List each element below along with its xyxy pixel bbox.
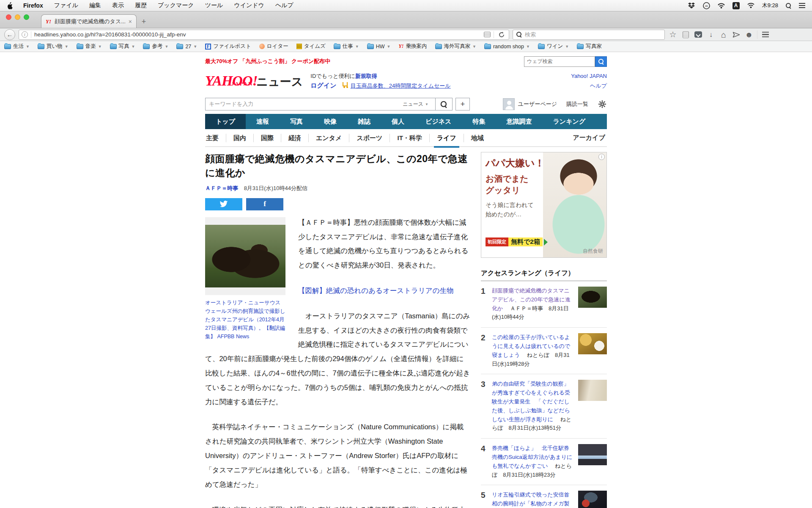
menu-hamburger-icon[interactable] xyxy=(761,30,770,39)
send-tab-icon[interactable] xyxy=(732,30,741,39)
feedback-smiley-icon[interactable]: ☻ xyxy=(744,30,754,39)
minimize-window-button[interactable] xyxy=(15,14,20,20)
gear-icon[interactable] xyxy=(598,99,607,109)
creative-cloud-icon[interactable]: ∞ xyxy=(703,2,710,9)
article-source-link[interactable]: ＡＦＰ＝時事 xyxy=(205,185,238,191)
bookmark-folder[interactable]: random shop▼ xyxy=(484,44,530,50)
tab-top[interactable]: トップ xyxy=(205,114,246,129)
web-search-button[interactable] xyxy=(595,56,607,67)
menu-file[interactable]: ファイル xyxy=(54,2,78,9)
menubar-clock[interactable]: 木9:28 xyxy=(762,2,778,9)
bookmark-transit[interactable]: Y!乗換案内 xyxy=(399,43,427,50)
cat-domestic[interactable]: 国内 xyxy=(226,134,253,142)
ranking-thumbnail[interactable] xyxy=(578,380,607,401)
menu-firefox[interactable]: Firefox xyxy=(23,2,43,9)
tab-polls[interactable]: 意識調査 xyxy=(496,114,542,129)
ad-banner[interactable]: i パパ大嫌い！ お酒でまた グッタリ そう娘に言われて 始めたのが… 初回限定… xyxy=(481,152,607,258)
cat-major[interactable]: 主要 xyxy=(205,134,226,142)
bookmark-folder[interactable]: 海外写真家▼ xyxy=(435,43,476,50)
site-info-icon[interactable]: i xyxy=(22,31,28,38)
menu-edit[interactable]: 編集 xyxy=(89,2,101,9)
new-tab-button[interactable]: + xyxy=(137,16,151,27)
browser-tab[interactable]: Y! 顔面腫瘍で絶滅危機のタス... × xyxy=(41,14,137,28)
ranking-thumbnail[interactable] xyxy=(578,287,607,308)
bookmark-times[interactable]: タイムズ xyxy=(296,43,326,50)
menu-history[interactable]: 履歴 xyxy=(135,2,147,9)
bookmark-folder[interactable]: 音楽▼ xyxy=(77,43,102,50)
user-page-link[interactable]: ユーザーページ xyxy=(503,98,557,110)
menu-bookmarks[interactable]: ブックマーク xyxy=(158,2,194,9)
bookmark-folder[interactable]: 仕事▼ xyxy=(334,43,359,50)
ranking-item[interactable]: 4 券売機「ほらよ」 北千住駅券売機のSuica返却方法があまりにも無礼でなんか… xyxy=(481,439,607,485)
cat-entertainment[interactable]: エンタメ xyxy=(308,134,349,142)
reader-mode-icon[interactable] xyxy=(484,32,491,37)
ranking-item[interactable]: 3 弟の自由研究「受験生の観察」が秀逸すぎて心をえぐられる受験生が大量発生 「ぐ… xyxy=(481,374,607,439)
add-search-tab-button[interactable]: + xyxy=(455,98,470,110)
article-figure[interactable]: オーストラリア・ニューサウスウェールズ州の飼育施設で撮影したタスマニアデビル（2… xyxy=(205,217,285,341)
bookmark-reuters[interactable]: ロイター xyxy=(259,43,288,50)
bookmark-folder[interactable]: 写真家 xyxy=(577,43,602,50)
signup-link[interactable]: 新規取得 xyxy=(355,73,377,79)
bookmark-folder[interactable]: 買い物▼ xyxy=(38,43,69,50)
dropbox-icon[interactable] xyxy=(688,2,695,9)
facebook-share-button[interactable]: f xyxy=(246,198,283,210)
tab-flash[interactable]: 速報 xyxy=(246,114,280,129)
timesale-link[interactable]: 目玉商品多数、24時間限定タイムセール xyxy=(351,83,451,89)
subscriptions-link[interactable]: 購読一覧 xyxy=(566,100,588,108)
tab-photo[interactable]: 写真 xyxy=(280,114,313,129)
close-window-button[interactable] xyxy=(6,14,11,20)
bookmark-folder[interactable]: 27▼ xyxy=(176,44,197,50)
ad-cta-button[interactable]: 初回限定 無料で2箱 xyxy=(486,237,548,246)
menu-tools[interactable]: ツール xyxy=(205,2,223,9)
zoom-window-button[interactable] xyxy=(24,14,29,20)
downloads-icon[interactable]: ↓ xyxy=(706,30,716,39)
cat-life[interactable]: ライフ xyxy=(429,134,464,142)
menu-view[interactable]: 表示 xyxy=(112,2,124,9)
fan-status-icon[interactable] xyxy=(718,2,725,9)
bookmark-star-icon[interactable]: ☆ xyxy=(668,30,678,39)
figure-caption-link[interactable]: オーストラリア・ニューサウスウェールズ州の飼育施設で撮影したタスマニアデビル（2… xyxy=(205,298,285,341)
cat-world[interactable]: 国際 xyxy=(253,134,281,142)
search-scope-dropdown[interactable]: ニュース▼ xyxy=(403,101,432,108)
url-text[interactable]: headlines.yahoo.co.jp/hl?a=20160831-0000… xyxy=(34,31,481,38)
yahoo-news-logo[interactable]: YAHOO! JAPAN ニュース xyxy=(205,73,303,89)
bookmark-folder[interactable]: 参考▼ xyxy=(143,43,168,50)
web-search-input[interactable] xyxy=(524,56,595,67)
tab-magazine[interactable]: 雑誌 xyxy=(347,114,381,129)
bookmark-filepost[interactable]: Fファイルポスト xyxy=(205,43,251,50)
home-icon[interactable]: ⌂ xyxy=(719,30,728,39)
ranking-link[interactable]: リオ五輪引継式で映った安倍首相の腕時計が「私物のオメガ製品」とうわさに 大会組織… xyxy=(492,491,570,508)
url-bar[interactable]: i headlines.yahoo.co.jp/hl?a=20160831-00… xyxy=(19,30,509,40)
tab-ranking[interactable]: ランキング xyxy=(542,114,596,129)
cat-local[interactable]: 地域 xyxy=(464,134,491,142)
news-search-field[interactable]: キーワードを入力 ニュース▼ xyxy=(205,98,436,110)
cat-it-science[interactable]: IT・科学 xyxy=(390,134,429,142)
pocket-icon[interactable] xyxy=(694,30,703,39)
bookmark-folder[interactable]: HW▼ xyxy=(367,44,391,50)
spotlight-icon[interactable] xyxy=(786,3,791,8)
news-search-button[interactable] xyxy=(436,98,453,110)
twitter-share-button[interactable] xyxy=(205,198,242,210)
bookmark-folder[interactable]: 生活▼ xyxy=(4,43,30,50)
wifi-icon[interactable] xyxy=(747,2,754,9)
ranking-item[interactable]: 5 リオ五輪引継式で映った安倍首相の腕時計が「私物のオメガ製品」とうわさに 大会… xyxy=(481,485,607,508)
apple-menu-icon[interactable] xyxy=(7,2,13,9)
menu-help[interactable]: ヘルプ xyxy=(275,2,294,9)
tasmanian-devil-photo[interactable] xyxy=(205,225,285,287)
back-button[interactable]: ← xyxy=(4,29,15,40)
ranking-item[interactable]: 2 この松屋の玉子が浮いているように見える人は疲れているので寝ましょう ねとらぼ… xyxy=(481,328,607,374)
ranking-item[interactable]: 1 顔面腫瘍で絶滅危機のタスマニアデビル、この20年で急速に進化か ＡＦＰ＝時事… xyxy=(481,281,607,328)
tab-bylines[interactable]: 個人 xyxy=(381,114,415,129)
promo-link[interactable]: 最大70%オフ 「九州ふっこう割」 クーポン配布中 xyxy=(205,58,330,65)
tab-feature[interactable]: 特集 xyxy=(462,114,496,129)
yahoo-japan-link[interactable]: Yahoo! JAPAN xyxy=(571,73,607,79)
ad-info-icon[interactable]: i xyxy=(598,154,605,160)
bookmark-folder[interactable]: ワイン▼ xyxy=(538,43,569,50)
library-icon[interactable] xyxy=(681,30,690,39)
cat-sports[interactable]: スポーツ xyxy=(349,134,390,142)
ranking-thumbnail[interactable] xyxy=(578,333,607,354)
reload-icon[interactable] xyxy=(497,30,506,39)
help-link[interactable]: ヘルプ xyxy=(590,83,607,89)
ranking-thumbnail[interactable] xyxy=(578,444,607,465)
tab-close-icon[interactable]: × xyxy=(129,18,132,25)
